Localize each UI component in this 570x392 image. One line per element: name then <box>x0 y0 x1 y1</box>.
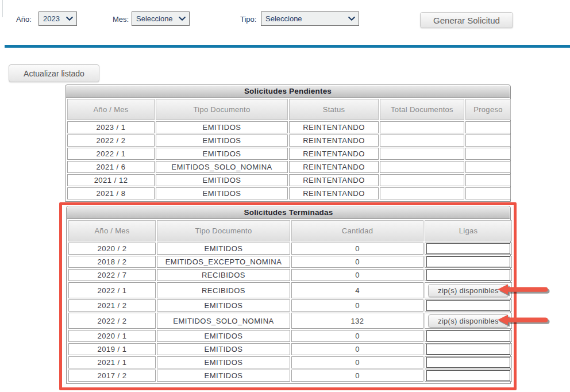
cell-year_month: 2021 / 12 <box>67 174 155 186</box>
cell-doc_type: EMITIDOS <box>157 243 290 255</box>
cell-progress <box>465 174 511 186</box>
table-row: 2022 / 7RECIBIDOS0 <box>68 269 512 281</box>
col-header-doc-type: Tipo Documento <box>156 99 288 120</box>
refresh-list-button[interactable]: Actualizar listado <box>9 64 99 82</box>
cell-doc_type: EMITIDOS <box>157 370 290 382</box>
cell-qty: 0 <box>291 299 423 312</box>
cell-total <box>380 148 464 160</box>
cell-liga <box>425 256 512 268</box>
cell-liga <box>425 370 512 382</box>
empty-liga-box <box>426 357 510 368</box>
cell-liga <box>425 243 512 255</box>
cell-qty: 132 <box>291 313 423 329</box>
cell-year_month: 2017 / 2 <box>68 370 156 382</box>
cell-year_month: 2020 / 2 <box>68 243 156 255</box>
cell-doc_type: EMITIDOS <box>157 330 290 342</box>
zip-download-button[interactable]: zip(s) disponibles <box>428 314 509 328</box>
col-header-progress: Progeso <box>465 99 511 120</box>
cell-liga <box>425 299 512 312</box>
table-row: 2022 / 2EMITIDOS_SOLO_NOMINA132zip(s) di… <box>68 313 512 329</box>
generate-request-button[interactable]: Generar Solicitud <box>420 12 513 28</box>
finished-requests-table: Solicitudes Terminadas Año / Mes Tipo Do… <box>66 206 511 384</box>
table-row: 2021 / 8EMITIDOSREINTENTANDO <box>67 187 511 199</box>
cell-doc_type: EMITIDOS <box>157 343 290 355</box>
cell-qty: 0 <box>291 243 423 255</box>
cell-year_month: 2022 / 1 <box>67 148 155 160</box>
table-row: 2017 / 2EMITIDOS0 <box>68 370 512 382</box>
empty-liga-box <box>426 344 510 355</box>
cell-year_month: 2022 / 1 <box>68 282 156 298</box>
cell-doc_type: RECIBIDOS <box>157 282 290 298</box>
cell-year_month: 2021 / 6 <box>67 161 155 173</box>
cell-year_month: 2023 / 1 <box>67 121 155 133</box>
empty-liga-box <box>426 256 510 267</box>
cell-liga <box>425 330 512 342</box>
cell-doc_type: EMITIDOS <box>156 121 288 133</box>
table-row: 2021 / 1EMITIDOS0 <box>68 356 512 368</box>
cell-status: REINTENTANDO <box>289 148 379 160</box>
cell-qty: 0 <box>291 343 423 355</box>
cell-doc_type: EMITIDOS <box>156 134 288 147</box>
zip-download-button[interactable]: zip(s) disponibles <box>428 284 509 297</box>
col-header-year-month: Año / Mes <box>67 99 155 120</box>
table-row: 2021 / 12EMITIDOSREINTENTANDO <box>67 174 511 186</box>
cell-status: REINTENTANDO <box>289 174 379 186</box>
year-select-wrap: 2023 <box>38 11 77 26</box>
cell-doc_type: EMITIDOS_EXCEPTO_NOMINA <box>157 256 290 268</box>
cell-qty: 0 <box>291 269 423 281</box>
table-row: 2023 / 1EMITIDOSREINTENTANDO <box>67 121 511 133</box>
cell-qty: 0 <box>291 330 423 342</box>
cell-qty: 0 <box>291 356 423 368</box>
table-row: 2020 / 2EMITIDOS0 <box>68 243 512 255</box>
finished-table: Año / Mes Tipo Documento Cantidad Ligas … <box>67 219 513 383</box>
section-divider <box>5 45 570 48</box>
year-label: Año: <box>16 15 32 24</box>
pending-requests-table: Solicitudes Pendientes Año / Mes Tipo Do… <box>65 84 511 202</box>
empty-liga-box <box>426 243 510 254</box>
cell-progress <box>465 187 511 199</box>
cell-progress <box>465 148 511 160</box>
cell-status: REINTENTANDO <box>289 187 379 199</box>
cell-total <box>380 134 464 147</box>
year-select[interactable]: 2023 <box>38 11 77 26</box>
cell-total <box>380 174 464 186</box>
cell-doc_type: EMITIDOS <box>157 356 290 368</box>
cell-doc_type: RECIBIDOS <box>157 269 290 281</box>
cell-liga <box>425 343 512 355</box>
header-row: Año / Mes Tipo Documento Cantidad Ligas <box>68 220 512 241</box>
col-header-quantity: Cantidad <box>291 220 423 241</box>
cell-status: REINTENTANDO <box>289 134 379 147</box>
cell-qty: 0 <box>291 256 423 268</box>
month-label: Mes: <box>113 15 129 24</box>
cell-liga: zip(s) disponibles <box>425 282 512 298</box>
month-select[interactable]: Seleccione <box>132 11 190 26</box>
cell-qty: 0 <box>291 370 423 382</box>
cell-liga <box>425 356 512 368</box>
cell-year_month: 2018 / 2 <box>68 256 156 268</box>
col-header-links: Ligas <box>425 220 512 241</box>
empty-liga-box <box>426 300 510 311</box>
col-header-doc-type: Tipo Documento <box>157 220 290 241</box>
cell-total <box>380 187 464 199</box>
cell-doc_type: EMITIDOS <box>156 187 288 199</box>
cell-status: REINTENTANDO <box>289 161 379 173</box>
pending-table: Año / Mes Tipo Documento Status Total Do… <box>66 98 512 201</box>
cell-doc_type: EMITIDOS <box>156 174 288 186</box>
cell-progress <box>465 134 511 147</box>
cell-year_month: 2021 / 8 <box>67 187 155 199</box>
table-row: 2021 / 6EMITIDOS_SOLO_NOMINAREINTENTANDO <box>67 161 511 173</box>
cell-total <box>380 161 464 173</box>
table-row: 2022 / 1RECIBIDOS4zip(s) disponibles <box>68 282 512 298</box>
month-select-wrap: Seleccione <box>132 11 190 26</box>
empty-liga-box <box>426 370 510 381</box>
cell-year_month: 2022 / 2 <box>67 134 155 147</box>
cell-year_month: 2022 / 2 <box>68 313 156 329</box>
cell-doc_type: EMITIDOS_SOLO_NOMINA <box>156 161 288 173</box>
table-row: 2021 / 2EMITIDOS0 <box>68 299 512 312</box>
table-row: 2022 / 2EMITIDOSREINTENTANDO <box>67 134 511 147</box>
cell-year_month: 2020 / 1 <box>68 330 156 342</box>
table-row: 2020 / 1EMITIDOS0 <box>68 330 512 342</box>
type-select[interactable]: Seleccione <box>261 11 359 26</box>
cell-status: REINTENTANDO <box>289 121 379 133</box>
table-row: 2019 / 1EMITIDOS0 <box>68 343 512 355</box>
